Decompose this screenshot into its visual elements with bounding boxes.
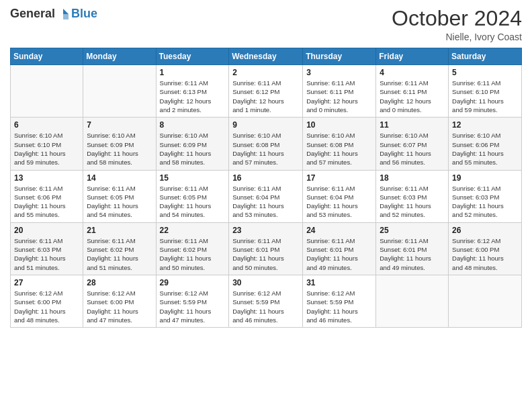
day-info: Sunrise: 6:11 AM Sunset: 6:11 PM Dayligh… xyxy=(380,79,445,114)
day-number: 14 xyxy=(87,173,152,183)
day-info: Sunrise: 6:11 AM Sunset: 6:01 PM Dayligh… xyxy=(306,236,372,272)
calendar-cell: 2Sunrise: 6:11 AM Sunset: 6:12 PM Daylig… xyxy=(229,65,303,118)
header-tuesday: Tuesday xyxy=(156,48,229,65)
day-number: 24 xyxy=(306,226,372,235)
day-info: Sunrise: 6:12 AM Sunset: 6:00 PM Dayligh… xyxy=(87,289,152,324)
calendar-cell: 17Sunrise: 6:11 AM Sunset: 6:04 PM Dayli… xyxy=(303,170,376,222)
day-info: Sunrise: 6:11 AM Sunset: 6:01 PM Dayligh… xyxy=(380,236,445,272)
day-number: 8 xyxy=(160,120,226,130)
day-info: Sunrise: 6:10 AM Sunset: 6:10 PM Dayligh… xyxy=(14,131,79,167)
calendar-cell: 14Sunrise: 6:11 AM Sunset: 6:05 PM Dayli… xyxy=(83,170,156,222)
week-row-5: 27Sunrise: 6:12 AM Sunset: 6:00 PM Dayli… xyxy=(11,275,522,327)
calendar-cell xyxy=(449,275,522,327)
calendar-cell: 18Sunrise: 6:11 AM Sunset: 6:03 PM Dayli… xyxy=(376,170,449,222)
svg-marker-0 xyxy=(63,9,69,14)
calendar-cell: 1Sunrise: 6:11 AM Sunset: 6:13 PM Daylig… xyxy=(156,65,229,118)
day-number: 30 xyxy=(232,278,299,287)
calendar-cell: 15Sunrise: 6:11 AM Sunset: 6:05 PM Dayli… xyxy=(156,170,229,222)
day-info: Sunrise: 6:11 AM Sunset: 6:03 PM Dayligh… xyxy=(380,184,445,220)
day-number: 2 xyxy=(232,68,299,77)
calendar-cell: 24Sunrise: 6:11 AM Sunset: 6:01 PM Dayli… xyxy=(303,222,376,275)
calendar-cell: 22Sunrise: 6:11 AM Sunset: 6:02 PM Dayli… xyxy=(156,222,229,275)
day-info: Sunrise: 6:11 AM Sunset: 6:13 PM Dayligh… xyxy=(160,79,226,114)
month-title: October 2024 xyxy=(392,7,522,30)
day-number: 22 xyxy=(160,226,226,235)
day-info: Sunrise: 6:10 AM Sunset: 6:08 PM Dayligh… xyxy=(232,131,299,167)
day-info: Sunrise: 6:11 AM Sunset: 6:03 PM Dayligh… xyxy=(14,236,79,272)
day-number: 7 xyxy=(87,120,152,130)
week-row-2: 6Sunrise: 6:10 AM Sunset: 6:10 PM Daylig… xyxy=(11,118,522,170)
day-info: Sunrise: 6:11 AM Sunset: 6:05 PM Dayligh… xyxy=(87,184,152,220)
day-info: Sunrise: 6:12 AM Sunset: 5:59 PM Dayligh… xyxy=(160,289,226,324)
day-info: Sunrise: 6:11 AM Sunset: 6:06 PM Dayligh… xyxy=(14,184,79,220)
calendar-cell: 4Sunrise: 6:11 AM Sunset: 6:11 PM Daylig… xyxy=(376,65,449,118)
day-number: 18 xyxy=(380,173,445,183)
calendar-cell: 16Sunrise: 6:11 AM Sunset: 6:04 PM Dayli… xyxy=(229,170,303,222)
day-info: Sunrise: 6:10 AM Sunset: 6:07 PM Dayligh… xyxy=(380,131,445,167)
calendar-cell: 10Sunrise: 6:10 AM Sunset: 6:08 PM Dayli… xyxy=(303,118,376,170)
svg-marker-1 xyxy=(63,14,69,19)
day-number: 4 xyxy=(380,68,445,77)
day-info: Sunrise: 6:12 AM Sunset: 6:00 PM Dayligh… xyxy=(14,289,79,324)
day-info: Sunrise: 6:10 AM Sunset: 6:08 PM Dayligh… xyxy=(306,131,372,167)
day-number: 26 xyxy=(452,226,518,235)
calendar-table: Sunday Monday Tuesday Wednesday Thursday… xyxy=(10,48,522,328)
day-info: Sunrise: 6:12 AM Sunset: 5:59 PM Dayligh… xyxy=(306,289,372,324)
day-number: 23 xyxy=(232,226,299,235)
logo-area: General Blue xyxy=(10,7,97,21)
calendar-cell xyxy=(11,65,83,118)
day-number: 28 xyxy=(87,278,152,287)
calendar-cell: 19Sunrise: 6:11 AM Sunset: 6:03 PM Dayli… xyxy=(449,170,522,222)
day-number: 9 xyxy=(232,120,299,130)
day-info: Sunrise: 6:11 AM Sunset: 6:02 PM Dayligh… xyxy=(160,236,226,272)
title-area: October 2024 Nielle, Ivory Coast xyxy=(392,7,522,42)
calendar-cell: 31Sunrise: 6:12 AM Sunset: 5:59 PM Dayli… xyxy=(303,275,376,327)
day-info: Sunrise: 6:11 AM Sunset: 6:04 PM Dayligh… xyxy=(232,184,299,220)
week-row-4: 20Sunrise: 6:11 AM Sunset: 6:03 PM Dayli… xyxy=(11,222,522,275)
header-wednesday: Wednesday xyxy=(229,48,303,65)
day-info: Sunrise: 6:10 AM Sunset: 6:09 PM Dayligh… xyxy=(87,131,152,167)
calendar-cell: 27Sunrise: 6:12 AM Sunset: 6:00 PM Dayli… xyxy=(11,275,83,327)
header-sunday: Sunday xyxy=(11,48,83,65)
header-saturday: Saturday xyxy=(449,48,522,65)
day-info: Sunrise: 6:10 AM Sunset: 6:06 PM Dayligh… xyxy=(452,131,518,167)
day-number: 5 xyxy=(452,68,518,77)
calendar-cell: 21Sunrise: 6:11 AM Sunset: 6:02 PM Dayli… xyxy=(83,222,156,275)
day-number: 15 xyxy=(160,173,226,183)
calendar-cell: 23Sunrise: 6:11 AM Sunset: 6:01 PM Dayli… xyxy=(229,222,303,275)
day-number: 17 xyxy=(306,173,372,183)
calendar-cell: 13Sunrise: 6:11 AM Sunset: 6:06 PM Dayli… xyxy=(11,170,83,222)
day-info: Sunrise: 6:11 AM Sunset: 6:10 PM Dayligh… xyxy=(452,79,518,114)
calendar-page: General Blue October 2024 Nielle, Ivory … xyxy=(0,0,532,411)
calendar-cell: 5Sunrise: 6:11 AM Sunset: 6:10 PM Daylig… xyxy=(449,65,522,118)
day-number: 29 xyxy=(160,278,226,287)
calendar-cell: 9Sunrise: 6:10 AM Sunset: 6:08 PM Daylig… xyxy=(229,118,303,170)
header: General Blue October 2024 Nielle, Ivory … xyxy=(10,7,522,42)
day-number: 6 xyxy=(14,120,79,130)
day-info: Sunrise: 6:11 AM Sunset: 6:03 PM Dayligh… xyxy=(452,184,518,220)
calendar-cell xyxy=(83,65,156,118)
header-monday: Monday xyxy=(83,48,156,65)
calendar-cell: 8Sunrise: 6:10 AM Sunset: 6:09 PM Daylig… xyxy=(156,118,229,170)
day-info: Sunrise: 6:11 AM Sunset: 6:12 PM Dayligh… xyxy=(232,79,299,114)
day-number: 12 xyxy=(452,120,518,130)
day-info: Sunrise: 6:12 AM Sunset: 6:00 PM Dayligh… xyxy=(452,236,518,272)
calendar-cell xyxy=(376,275,449,327)
day-number: 1 xyxy=(160,68,226,77)
calendar-cell: 11Sunrise: 6:10 AM Sunset: 6:07 PM Dayli… xyxy=(376,118,449,170)
day-number: 16 xyxy=(232,173,299,183)
day-number: 21 xyxy=(87,226,152,235)
calendar-cell: 30Sunrise: 6:12 AM Sunset: 5:59 PM Dayli… xyxy=(229,275,303,327)
calendar-cell: 26Sunrise: 6:12 AM Sunset: 6:00 PM Dayli… xyxy=(449,222,522,275)
day-number: 19 xyxy=(452,173,518,183)
weekday-header-row: Sunday Monday Tuesday Wednesday Thursday… xyxy=(11,48,522,65)
calendar-cell: 7Sunrise: 6:10 AM Sunset: 6:09 PM Daylig… xyxy=(83,118,156,170)
calendar-cell: 12Sunrise: 6:10 AM Sunset: 6:06 PM Dayli… xyxy=(449,118,522,170)
calendar-cell: 28Sunrise: 6:12 AM Sunset: 6:00 PM Dayli… xyxy=(83,275,156,327)
day-number: 11 xyxy=(380,120,445,130)
logo-blue: Blue xyxy=(71,7,97,21)
day-info: Sunrise: 6:11 AM Sunset: 6:11 PM Dayligh… xyxy=(306,79,372,114)
day-number: 25 xyxy=(380,226,445,235)
day-number: 13 xyxy=(14,173,79,183)
logo-general: General xyxy=(10,7,55,21)
